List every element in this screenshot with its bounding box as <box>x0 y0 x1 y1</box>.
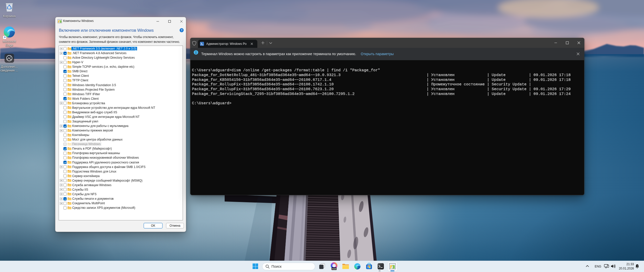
svg-text:M365: M365 <box>332 268 336 270</box>
svg-text:z: z <box>637 265 638 267</box>
